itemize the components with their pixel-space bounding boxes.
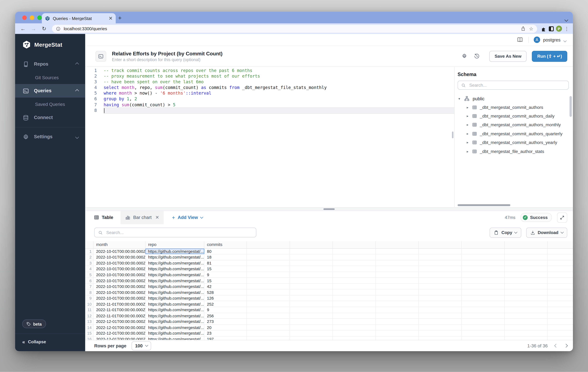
empty-cell[interactable] bbox=[290, 266, 333, 271]
empty-cell[interactable] bbox=[376, 248, 419, 254]
table-cell[interactable]: 81 bbox=[204, 260, 247, 266]
empty-cell[interactable] bbox=[462, 248, 505, 254]
empty-cell[interactable] bbox=[419, 254, 462, 260]
empty-cell[interactable] bbox=[290, 284, 333, 289]
sql-editor[interactable]: 12345678 -- track commit counts across r… bbox=[85, 67, 454, 207]
empty-cell[interactable] bbox=[247, 266, 290, 271]
empty-cell[interactable] bbox=[548, 313, 573, 318]
row-number[interactable]: 10 bbox=[85, 301, 94, 307]
table-cell[interactable]: 2022-10-01T00:00:00.000Z bbox=[94, 295, 146, 301]
empty-cell[interactable] bbox=[462, 301, 505, 307]
row-number[interactable]: 14 bbox=[85, 325, 94, 330]
table-cell[interactable]: 2022-12-01T00:00:00.000Z bbox=[94, 319, 146, 324]
table-cell[interactable]: https://github.com/mergestat/... bbox=[146, 313, 204, 318]
sidebar-item-repos[interactable]: Repos bbox=[15, 57, 85, 71]
table-cell[interactable]: https://github.com/mergestat/... bbox=[146, 336, 204, 340]
user-avatar[interactable] bbox=[534, 37, 540, 43]
schema-table-row[interactable]: ▸_dbt_mergestat_commit_authors_yearly bbox=[458, 138, 573, 147]
empty-cell[interactable] bbox=[333, 284, 376, 289]
empty-cell[interactable] bbox=[333, 331, 376, 336]
user-name[interactable]: postgres bbox=[543, 37, 560, 42]
row-number[interactable]: 3 bbox=[85, 260, 94, 266]
close-tab-icon[interactable]: ✕ bbox=[155, 215, 159, 220]
empty-cell[interactable] bbox=[333, 260, 376, 266]
column-header-repo[interactable]: repo bbox=[146, 241, 204, 248]
table-cell[interactable]: 42 bbox=[204, 284, 247, 289]
expand-caret-icon[interactable]: ▸ bbox=[466, 105, 469, 109]
schema-table-name[interactable]: _dbt_mergestat_commit_authors_yearly bbox=[480, 140, 557, 145]
table-cell[interactable]: 528 bbox=[204, 289, 247, 295]
empty-cell[interactable] bbox=[505, 254, 548, 260]
row-number[interactable]: 15 bbox=[85, 331, 94, 336]
table-cell[interactable]: 80 bbox=[204, 248, 247, 254]
row-number[interactable]: 1 bbox=[85, 248, 94, 254]
empty-cell[interactable] bbox=[505, 336, 548, 340]
table-cell[interactable]: https://github.com/mergestat/... bbox=[146, 260, 204, 266]
empty-cell[interactable] bbox=[376, 278, 419, 283]
empty-cell[interactable] bbox=[290, 295, 333, 301]
code-line[interactable]: select month, repo, sum(commit_count) as… bbox=[104, 85, 454, 91]
empty-cell[interactable] bbox=[419, 278, 462, 283]
empty-cell[interactable] bbox=[333, 336, 376, 340]
empty-cell[interactable] bbox=[419, 313, 462, 318]
schema-root-row[interactable]: ▾ public bbox=[458, 94, 573, 103]
row-number[interactable]: 16 bbox=[85, 336, 94, 340]
table-cell[interactable]: 2022-10-01T00:00:00.000Z bbox=[94, 260, 146, 266]
empty-cell[interactable] bbox=[290, 336, 333, 340]
empty-cell[interactable] bbox=[333, 301, 376, 307]
empty-cell[interactable] bbox=[505, 248, 548, 254]
empty-cell[interactable] bbox=[462, 289, 505, 295]
table-cell[interactable]: 20 bbox=[204, 325, 247, 330]
empty-cell[interactable] bbox=[247, 289, 290, 295]
empty-cell[interactable] bbox=[419, 289, 462, 295]
table-cell[interactable]: 252 bbox=[204, 301, 247, 307]
row-number[interactable]: 13 bbox=[85, 319, 94, 324]
expand-caret-icon[interactable]: ▸ bbox=[466, 114, 469, 118]
empty-cell[interactable] bbox=[290, 254, 333, 260]
sidebar-item-saved-queries[interactable]: Saved Queries bbox=[15, 98, 85, 111]
empty-cell[interactable] bbox=[505, 272, 548, 278]
empty-cell[interactable] bbox=[462, 278, 505, 283]
editor-scrollbar[interactable] bbox=[452, 131, 453, 138]
empty-cell[interactable] bbox=[333, 248, 376, 254]
table-cell[interactable]: 2022-10-01T00:00:00.000Z bbox=[94, 284, 146, 289]
empty-cell[interactable] bbox=[376, 301, 419, 307]
extension-icon[interactable] bbox=[549, 26, 554, 31]
minimize-window-button[interactable] bbox=[30, 16, 34, 20]
results-search-input[interactable] bbox=[105, 230, 252, 235]
empty-cell[interactable] bbox=[548, 307, 573, 312]
empty-cell[interactable] bbox=[376, 331, 419, 336]
run-query-button[interactable]: Run (⇧ + ↵) bbox=[532, 51, 567, 62]
expand-caret-icon[interactable]: ▸ bbox=[466, 149, 469, 153]
empty-cell[interactable] bbox=[548, 254, 573, 260]
empty-cell[interactable] bbox=[333, 319, 376, 324]
query-title[interactable]: Relative Efforts by Project (by Commit C… bbox=[112, 51, 222, 56]
empty-cell[interactable] bbox=[462, 319, 505, 324]
empty-cell[interactable] bbox=[290, 325, 333, 330]
empty-cell[interactable] bbox=[419, 248, 462, 254]
empty-cell[interactable] bbox=[548, 260, 573, 266]
empty-cell[interactable] bbox=[376, 284, 419, 289]
schema-table-name[interactable]: _dbt_mergestat_commit_authors_quarterly bbox=[480, 131, 562, 136]
empty-cell[interactable] bbox=[376, 307, 419, 312]
empty-cell[interactable] bbox=[419, 260, 462, 266]
table-cell[interactable]: https://github.com/mergestat/... bbox=[146, 289, 204, 295]
table-cell[interactable]: https://github.com/mergestat/... bbox=[146, 325, 204, 330]
tab-search-chevron-icon[interactable] bbox=[565, 16, 567, 23]
table-cell[interactable]: https://github.com/mergestat/... bbox=[146, 295, 204, 301]
empty-cell[interactable] bbox=[247, 331, 290, 336]
brand[interactable]: MergeStat bbox=[15, 34, 85, 49]
empty-cell[interactable] bbox=[419, 325, 462, 330]
empty-cell[interactable] bbox=[462, 260, 505, 266]
schema-table-row[interactable]: ▸_dbt_mergestat_file_author_stats bbox=[458, 147, 573, 156]
empty-cell[interactable] bbox=[247, 301, 290, 307]
empty-cell[interactable] bbox=[548, 295, 573, 301]
empty-cell[interactable] bbox=[247, 319, 290, 324]
empty-cell[interactable] bbox=[548, 248, 573, 254]
empty-cell[interactable] bbox=[376, 266, 419, 271]
table-cell[interactable]: 256 bbox=[204, 313, 247, 318]
schema-vertical-scrollbar[interactable] bbox=[569, 96, 572, 117]
empty-cell[interactable] bbox=[247, 278, 290, 283]
empty-cell[interactable] bbox=[505, 307, 548, 312]
empty-cell[interactable] bbox=[419, 284, 462, 289]
